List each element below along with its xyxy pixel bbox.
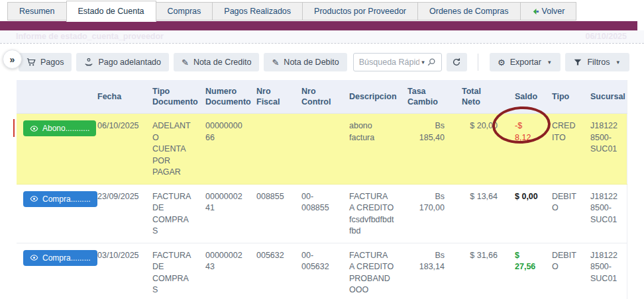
cell-saldo: -$ 8,12 (508, 114, 545, 185)
refresh-icon (452, 58, 461, 67)
quick-search-box: ▾ (353, 53, 442, 71)
cell-sucursal: J181228500-SUC01 (584, 243, 627, 299)
report-date: 06/10/2025 (585, 32, 627, 44)
cell-nro-control: 00-008855 (295, 184, 343, 243)
cell-action: Compra......... (17, 184, 91, 243)
tab-label: Pagos Realizados (224, 7, 291, 16)
cell-tasa-cambio: Bs 183,14 (401, 243, 455, 299)
cell-fecha: 06/10/2025 (91, 114, 146, 185)
cell-descripcion: FACTURA A CREDITO fcsdvfbdfbdtfbd (343, 184, 401, 243)
nota-credito-button[interactable]: ✎ Nota de Credito (174, 53, 259, 71)
nota-debito-label: Nota de Debito (284, 58, 339, 67)
estado-cuenta-grid: Fecha Tipo Documento Numero Documento Nr… (17, 80, 627, 299)
cell-total-neto: $ 13,64 (455, 184, 508, 243)
search-input[interactable] (359, 58, 419, 67)
col-tipo[interactable]: Tipo (545, 80, 584, 114)
cell-nro-control: 00-005632 (295, 243, 343, 299)
cell-tipo-documento: ADELANTO CUENTA POR PAGAR (146, 114, 199, 185)
search-icon[interactable] (427, 58, 436, 67)
col-tipo-documento[interactable]: Tipo Documento (146, 80, 199, 114)
volver-icon (532, 8, 539, 15)
cell-total-neto: $ 31,66 (455, 243, 508, 299)
cell-numero-documento: 0000000066 (199, 114, 250, 185)
exportar-button[interactable]: ⚙ Exportar ▾ (490, 53, 561, 71)
row-view-label: Compra......... (42, 253, 91, 263)
pago-adelantado-label: Pago adelantado (98, 58, 161, 67)
cart-icon (27, 58, 36, 67)
filter-icon (573, 58, 582, 67)
exportar-label: Exportar (510, 58, 541, 67)
cell-tipo: DEBITO (545, 184, 584, 243)
cell-saldo: $ 0,00 (508, 184, 545, 243)
cell-fecha: 23/09/2025 (91, 184, 146, 243)
tab-compras[interactable]: Compras (156, 2, 213, 21)
cell-tipo-documento: FACTURA DE COMPRAS (146, 243, 199, 299)
table-row[interactable]: Compra......... 23/09/2025 FACTURA DE CO… (17, 184, 627, 243)
col-numero-documento[interactable]: Numero Documento (199, 80, 250, 114)
eye-icon (30, 194, 38, 203)
col-fecha[interactable]: Fecha (91, 80, 146, 114)
row-view-button[interactable]: Abono........... (23, 120, 96, 136)
chevron-down-icon: ▾ (616, 59, 619, 65)
toolbar: Pagos Pago adelantado ✎ Nota de Credito … (19, 53, 629, 71)
tab-ordenes-de-compras[interactable]: Ordenes de Compras (417, 2, 521, 21)
col-actions (17, 80, 91, 114)
col-nro-control[interactable]: Nro Control (295, 80, 343, 114)
row-view-button[interactable]: Compra......... (23, 250, 97, 266)
table-row[interactable]: Abono........... 06/10/2025 ADELANTO CUE… (17, 114, 627, 185)
expand-sidebar-button[interactable]: » (3, 50, 22, 69)
cell-saldo: $ 27,56 (508, 243, 545, 299)
col-saldo[interactable]: Saldo (508, 80, 545, 114)
cell-tasa-cambio: Bs 170,00 (401, 184, 455, 243)
grid-header-row: Fecha Tipo Documento Numero Documento Nr… (17, 80, 627, 114)
eye-icon (30, 124, 38, 133)
filtros-label: Filtros (587, 58, 610, 67)
cell-sucursal: J181228500-SUC01 (584, 114, 627, 185)
tab-productos-por-proveedor[interactable]: Productos por Proveedor (302, 2, 418, 21)
tab-volver[interactable]: Volver (520, 2, 577, 21)
main-panel: » Pagos Pago adelantado ✎ Nota de Credit… (0, 43, 644, 299)
cell-tipo: DEBITO (545, 243, 584, 299)
cell-nro-control (295, 114, 343, 185)
cell-numero-documento: 0000000243 (199, 243, 250, 299)
refresh-button[interactable] (447, 53, 467, 71)
pen-icon: ✎ (182, 58, 189, 67)
col-descripcion[interactable]: Descripcion (343, 80, 401, 114)
pagos-button[interactable]: Pagos (19, 53, 72, 71)
tab-pagos-realizados[interactable]: Pagos Realizados (212, 2, 303, 21)
cell-tipo-documento: FACTURA DE COMPRAS (146, 184, 199, 243)
cell-descripcion: abono factura (343, 114, 401, 185)
tab-label: Compras (168, 7, 201, 16)
cell-numero-documento: 0000000241 (199, 184, 250, 243)
tab-bar: Resumen Estado de Cuenta Compras Pagos R… (0, 0, 644, 21)
table-row[interactable]: Compra......... 03/10/2025 FACTURA DE CO… (17, 243, 627, 299)
chevron-down-icon[interactable]: ▾ (421, 59, 425, 65)
col-total-neto[interactable]: Total Neto (455, 80, 508, 114)
nota-debito-button[interactable]: ✎ Nota de Debito (264, 53, 347, 71)
pagos-label: Pagos (40, 58, 64, 67)
col-tasa-cambio[interactable]: Tasa Cambio (401, 80, 455, 114)
col-sucursal[interactable]: Sucursal (584, 80, 627, 114)
cell-action: Abono........... (17, 114, 91, 185)
tab-label: Ordenes de Compras (429, 7, 509, 16)
eye-icon (30, 253, 38, 262)
tab-label: Productos por Proveedor (314, 7, 406, 16)
row-view-button[interactable]: Compra......... (23, 191, 97, 207)
cell-nro-fiscal: 008855 (250, 184, 295, 243)
row-view-label: Compra......... (42, 194, 91, 204)
cell-sucursal: J181228500-SUC01 (584, 184, 627, 243)
pen-icon: ✎ (272, 58, 279, 67)
tab-resumen[interactable]: Resumen (7, 2, 67, 21)
hand-coin-icon (84, 58, 93, 67)
cell-tipo: CREDITO (545, 114, 584, 185)
nota-credito-label: Nota de Credito (193, 58, 252, 67)
tab-estado-de-cuenta[interactable]: Estado de Cuenta (66, 1, 156, 22)
filtros-button[interactable]: Filtros ▾ (565, 53, 629, 71)
tab-label: Estado de Cuenta (78, 7, 144, 16)
cell-action: Compra......... (17, 243, 91, 299)
col-nro-fiscal[interactable]: Nro Fiscal (250, 80, 295, 114)
report-title: Informe de estado_cuenta_proveedor (16, 32, 164, 44)
row-view-label: Abono........... (42, 124, 89, 133)
pago-adelantado-button[interactable]: Pago adelantado (76, 53, 169, 71)
accent-bar (0, 21, 637, 30)
